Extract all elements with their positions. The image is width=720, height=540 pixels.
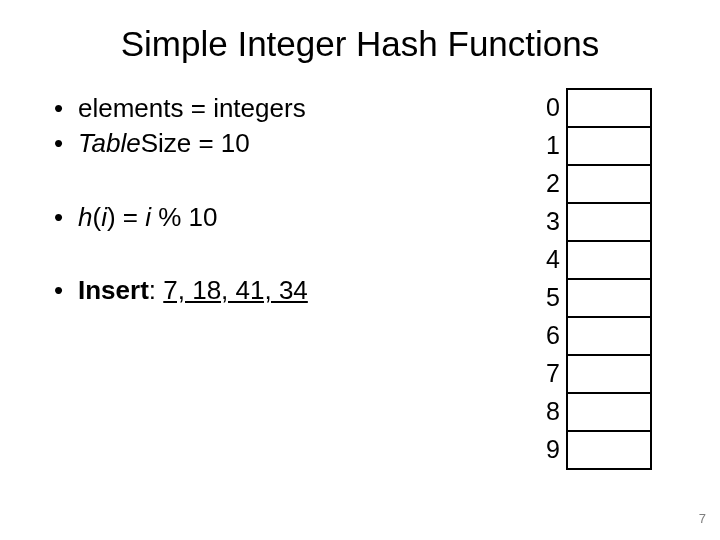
index-label: 1: [544, 126, 560, 164]
slide-title: Simple Integer Hash Functions: [0, 0, 720, 82]
table-cell: [568, 204, 650, 242]
insert-colon: :: [149, 275, 163, 305]
hashfunc-mod: % 10: [151, 202, 218, 232]
page-number: 7: [699, 511, 706, 526]
index-labels: 0 1 2 3 4 5 6 7 8 9: [544, 88, 560, 468]
spacer: [54, 236, 544, 274]
bullet-column: elements = integers TableSize = 10 h(i) …: [54, 82, 544, 470]
table-cell: [568, 394, 650, 432]
index-label: 7: [544, 354, 560, 392]
index-label: 2: [544, 164, 560, 202]
index-label: 0: [544, 88, 560, 126]
bullet-text: elements = integers: [78, 93, 306, 123]
bullet-list: h(i) = i % 10: [54, 201, 544, 234]
table-cell: [568, 166, 650, 204]
table-cell: [568, 242, 650, 280]
hashfunc-h: h: [78, 202, 92, 232]
index-label: 5: [544, 278, 560, 316]
table-cell: [568, 90, 650, 128]
tablesize-word: Size: [141, 128, 192, 158]
hashfunc-open: (: [92, 202, 101, 232]
bullet-elements: elements = integers: [54, 92, 544, 125]
slide-content: elements = integers TableSize = 10 h(i) …: [0, 82, 720, 470]
spacer: [54, 163, 544, 201]
insert-values: 7, 18, 41, 34: [163, 275, 308, 305]
index-label: 6: [544, 316, 560, 354]
tablesize-prefix: Table: [78, 128, 141, 158]
index-label: 8: [544, 392, 560, 430]
table-cell: [568, 318, 650, 356]
hash-table: [566, 88, 652, 470]
hashfunc-close: ) =: [107, 202, 145, 232]
table-cell: [568, 280, 650, 318]
table-cell: [568, 432, 650, 470]
index-label: 4: [544, 240, 560, 278]
table-cell: [568, 128, 650, 166]
insert-label: Insert: [78, 275, 149, 305]
tablesize-value: = 10: [191, 128, 250, 158]
index-label: 3: [544, 202, 560, 240]
bullet-tablesize: TableSize = 10: [54, 127, 544, 160]
bullet-insert: Insert: 7, 18, 41, 34: [54, 274, 544, 307]
bullet-list: Insert: 7, 18, 41, 34: [54, 274, 544, 307]
bullet-list: elements = integers TableSize = 10: [54, 92, 544, 161]
bullet-hashfunc: h(i) = i % 10: [54, 201, 544, 234]
table-column: 0 1 2 3 4 5 6 7 8 9: [544, 82, 660, 470]
index-label: 9: [544, 430, 560, 468]
table-cell: [568, 356, 650, 394]
